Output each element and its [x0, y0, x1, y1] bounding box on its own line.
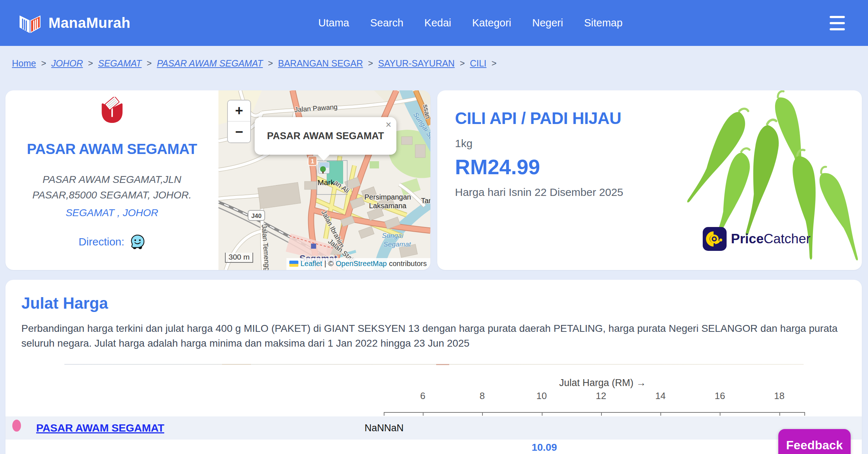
- row-value: NaNNaN: [365, 416, 404, 440]
- waze-icon[interactable]: [129, 234, 145, 250]
- map-attribution: Leaflet | © OpenStreetMap contributors: [286, 258, 430, 270]
- direction-row: Direction:: [78, 234, 145, 250]
- row-market-link[interactable]: PASAR AWAM SEGAMAT: [36, 416, 164, 440]
- breadcrumb-separator: >: [88, 58, 93, 68]
- popup-close-icon[interactable]: ×: [386, 119, 391, 130]
- nav-link-search[interactable]: Search: [370, 17, 403, 29]
- nav-link-kedai[interactable]: Kedai: [424, 17, 451, 29]
- svg-text:Taman: Taman: [421, 197, 430, 205]
- breadcrumb-link[interactable]: PASAR AWAM SEGAMAT: [157, 58, 263, 69]
- pricecatcher-brand-rest: Catcher: [764, 231, 811, 246]
- product-price-date: Harga hari Isnin 22 Disember 2025: [455, 186, 679, 198]
- breadcrumb-link[interactable]: BARANGAN SEGAR: [278, 58, 363, 69]
- product-price: RM24.99: [455, 155, 679, 179]
- breadcrumb-link[interactable]: JOHOR: [51, 58, 83, 69]
- svg-text:Persimpangan: Persimpangan: [365, 193, 411, 201]
- svg-text:J40: J40: [251, 213, 261, 219]
- tick-label: 16: [705, 390, 734, 402]
- product-info: CILI API / PADI HIJAU 1kg RM24.99 Harga …: [455, 108, 679, 198]
- product-image: PriceCatcher: [682, 90, 860, 270]
- feedback-button[interactable]: Feedback: [778, 429, 851, 454]
- brand[interactable]: ManaMurah: [18, 0, 131, 46]
- nav-link-sitemap[interactable]: Sitemap: [584, 17, 622, 29]
- market-location[interactable]: SEGAMAT , JOHOR: [65, 207, 158, 219]
- chart-axis-line: [384, 412, 804, 413]
- market-card: PASAR AWAM SEGAMAT PASAR AWAM SEGAMAT,JL…: [5, 90, 430, 270]
- product-card: CILI API / PADI HIJAU 1kg RM24.99 Harga …: [437, 90, 862, 270]
- nav-link-negeri[interactable]: Negeri: [532, 17, 563, 29]
- zoom-out-button[interactable]: −: [228, 121, 250, 142]
- row-dot: [12, 420, 21, 432]
- breadcrumb-link[interactable]: SAYUR-SAYURAN: [378, 58, 455, 69]
- zoom-in-button[interactable]: +: [228, 100, 250, 121]
- breadcrumb-separator: >: [147, 58, 152, 68]
- main-nav: UtamaSearchKedaiKategoriNegeriSitemap: [318, 0, 622, 46]
- svg-text:Mark: Mark: [318, 178, 335, 187]
- osm-link[interactable]: OpenStreetMap: [336, 260, 387, 268]
- tick-label: 6: [408, 390, 437, 402]
- nav-link-utama[interactable]: Utama: [318, 17, 349, 29]
- tick-label: 10: [527, 390, 556, 402]
- breadcrumb-link[interactable]: SEGAMAT: [98, 58, 141, 69]
- product-title: CILI API / PADI HIJAU: [455, 108, 679, 128]
- market-address: PASAR AWAM SEGAMAT,JLN PASAR,85000 SEGAM…: [33, 172, 192, 203]
- breadcrumb-separator: >: [368, 58, 373, 68]
- market-title: PASAR AWAM SEGAMAT: [27, 141, 197, 157]
- tick-label: 12: [587, 390, 616, 402]
- chart-floating-value: 10.09: [523, 442, 566, 453]
- breadcrumb-link[interactable]: Home: [12, 58, 36, 69]
- breadcrumb-separator: >: [492, 58, 497, 68]
- manamurah-logo: [18, 13, 42, 34]
- pricecatcher-brand-bold: Price: [731, 231, 764, 246]
- svg-text:1: 1: [311, 158, 314, 165]
- map[interactable]: 1 J40 Jalan Pawang ssan an Ali Persimpan…: [218, 90, 430, 270]
- menu-icon[interactable]: [830, 16, 845, 30]
- chart-top-divider: [64, 364, 804, 365]
- tick-label: 18: [765, 390, 794, 402]
- svg-text:Segamat: Segamat: [383, 240, 411, 248]
- price-range-card: Julat Harga Perbandingan harga terkini d…: [5, 280, 862, 454]
- market-icon: [99, 97, 125, 124]
- map-zoom-control: + −: [227, 100, 251, 143]
- pricecatcher-icon: [703, 227, 727, 251]
- chart-row: PASAR AWAM SEGAMAT NaNNaN: [5, 416, 862, 440]
- market-info: PASAR AWAM SEGAMAT PASAR AWAM SEGAMAT,JL…: [5, 90, 218, 270]
- map-marker-icon[interactable]: [319, 162, 329, 174]
- navbar: ManaMurah UtamaSearchKedaiKategoriNegeri…: [0, 0, 868, 46]
- map-scale: 300 m: [225, 253, 253, 263]
- breadcrumb: Home>JOHOR>SEGAMAT>PASAR AWAM SEGAMAT>BA…: [12, 46, 497, 81]
- tick-label: 8: [468, 390, 497, 402]
- chart-axis-title: Julat Harga (RM) →: [458, 377, 747, 389]
- svg-text:Laksamana: Laksamana: [369, 202, 407, 210]
- breadcrumb-link[interactable]: CILI: [470, 58, 486, 69]
- ukraine-flag-icon: [289, 261, 298, 267]
- tick-label: 14: [646, 390, 675, 402]
- breadcrumb-separator: >: [268, 58, 273, 68]
- pricecatcher-logo: PriceCatcher: [703, 227, 810, 251]
- product-unit: 1kg: [455, 137, 679, 150]
- section-title: Julat Harga: [5, 280, 862, 312]
- section-description: Perbandingan harga terkini dan julat har…: [21, 321, 848, 351]
- direction-label: Direction:: [78, 236, 124, 248]
- leaflet-link[interactable]: Leaflet: [301, 260, 322, 268]
- svg-text:Sungai: Sungai: [382, 232, 404, 239]
- train-station-icon: [311, 244, 316, 249]
- breadcrumb-separator: >: [41, 58, 46, 68]
- brand-name: ManaMurah: [48, 15, 131, 31]
- map-popup: PASAR AWAM SEGAMAT ×: [255, 117, 396, 155]
- breadcrumb-separator: >: [460, 58, 465, 68]
- nav-link-kategori[interactable]: Kategori: [472, 17, 511, 29]
